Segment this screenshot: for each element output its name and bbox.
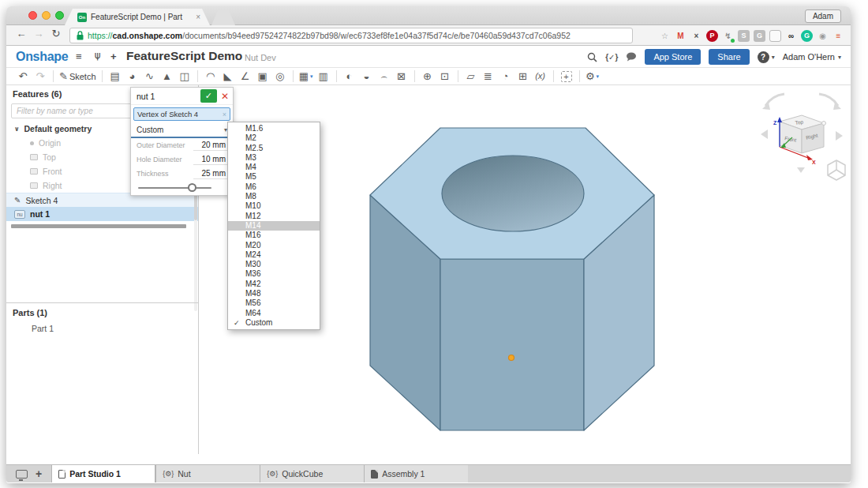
- tab-close-icon[interactable]: ×: [196, 13, 200, 21]
- back-button[interactable]: ←: [14, 28, 28, 39]
- insert-icon[interactable]: +: [110, 51, 117, 62]
- browser-tab[interactable]: On FeatureScript Demo | Part ×: [65, 9, 210, 25]
- mirror-icon[interactable]: ▥: [316, 69, 331, 84]
- shell-icon[interactable]: ▣: [256, 69, 270, 84]
- field-value-input[interactable]: 10 mm: [193, 155, 227, 165]
- element-tab-part-studio-1[interactable]: Part Studio 1: [51, 465, 155, 482]
- size-option-m36[interactable]: M36: [228, 269, 320, 279]
- plane-icon[interactable]: ▱: [464, 69, 478, 84]
- cancel-button[interactable]: ✕: [219, 91, 230, 102]
- g-extension-icon[interactable]: G: [754, 30, 765, 42]
- slider-handle[interactable]: [188, 183, 196, 192]
- boolean-icon[interactable]: ◐: [342, 69, 357, 84]
- thickness-slider[interactable]: [138, 181, 226, 195]
- zoom-window-button[interactable]: [55, 11, 64, 20]
- draft-icon[interactable]: ∠: [238, 69, 253, 84]
- featurescript-badge-icon[interactable]: {✓}: [605, 53, 618, 62]
- variable-icon[interactable]: (x): [533, 69, 548, 84]
- grammarly-extension-icon[interactable]: G: [801, 30, 813, 42]
- history-icon[interactable]: ◔: [499, 69, 513, 84]
- document-title[interactable]: FeatureScript Demo: [126, 49, 242, 63]
- app-store-button[interactable]: App Store: [645, 49, 701, 65]
- sweep-icon[interactable]: ∿: [143, 69, 157, 84]
- camera-extension-icon[interactable]: ◉: [817, 30, 829, 42]
- element-tab-nut[interactable]: {⚙}Nut: [155, 465, 260, 482]
- size-option-m56[interactable]: M56: [228, 298, 320, 308]
- size-option-m1-6[interactable]: M1.6: [228, 124, 320, 133]
- size-option-m20[interactable]: M20: [228, 241, 320, 250]
- isometric-view-icon[interactable]: [828, 160, 845, 180]
- field-value-input[interactable]: 20 mm: [193, 141, 227, 151]
- forward-button[interactable]: →: [32, 28, 46, 39]
- minimize-window-button[interactable]: [42, 11, 51, 20]
- vertex-marker[interactable]: [509, 355, 514, 361]
- help-menu[interactable]: ? ▾: [758, 51, 775, 63]
- browser-profile-chip[interactable]: Adam: [805, 9, 841, 23]
- linear-pattern-icon[interactable]: ▦▾: [299, 69, 313, 84]
- element-tab-quickcube[interactable]: {⚙}QuickCube: [260, 465, 364, 482]
- redo-icon[interactable]: ↷: [33, 69, 47, 84]
- pinterest-extension-icon[interactable]: P: [706, 30, 718, 42]
- featurescript-icon[interactable]: ⚙▾: [586, 69, 600, 84]
- size-option-custom[interactable]: ✓Custom: [228, 318, 320, 328]
- fillet-icon[interactable]: ◠: [204, 69, 218, 84]
- rotate-down-arrow-icon[interactable]: [797, 167, 805, 173]
- feature-name-input[interactable]: nut 1: [137, 92, 198, 101]
- versions-icon[interactable]: ⋔: [93, 51, 102, 62]
- undo-icon[interactable]: ↶: [16, 69, 30, 84]
- rotate-right-arrow-icon[interactable]: [836, 131, 843, 141]
- move-face-icon[interactable]: ⊕: [421, 69, 435, 84]
- thicken-icon[interactable]: ◫: [178, 69, 192, 84]
- element-panel-icon[interactable]: [16, 470, 28, 479]
- size-option-m6[interactable]: M6: [228, 182, 320, 192]
- size-option-m10[interactable]: M10: [228, 201, 320, 211]
- user-menu[interactable]: Adam O'Hern ▾: [783, 52, 841, 62]
- browser-menu-icon[interactable]: ≡: [832, 30, 844, 42]
- workspace-name[interactable]: Nut Dev: [245, 53, 276, 62]
- notes-extension-icon[interactable]: [769, 30, 781, 42]
- sketch-button[interactable]: ✎Sketch: [59, 69, 96, 84]
- export-icon[interactable]: ⊞: [516, 69, 530, 84]
- add-element-button[interactable]: +: [36, 467, 42, 480]
- search-icon[interactable]: [587, 52, 597, 62]
- size-select[interactable]: Custom ▾: [131, 123, 233, 138]
- hex-nut-model[interactable]: [370, 128, 654, 430]
- size-option-m12[interactable]: M12: [228, 212, 320, 221]
- chevron-down-icon[interactable]: ▾: [310, 73, 313, 80]
- size-option-m24[interactable]: M24: [228, 250, 320, 260]
- rotate-left-arrow-icon[interactable]: [761, 130, 768, 139]
- collapse-caret-icon[interactable]: ∨: [14, 126, 20, 133]
- modify-fillet-icon[interactable]: ⌢: [377, 69, 391, 84]
- remove-selection-icon[interactable]: ×: [223, 111, 226, 118]
- element-tab-assembly-1[interactable]: Assembly 1: [364, 465, 468, 482]
- chevron-down-icon[interactable]: ▾: [597, 73, 600, 80]
- cut-extension-icon[interactable]: ×: [690, 30, 702, 42]
- revolve-icon[interactable]: ◕: [125, 69, 140, 84]
- size-option-m2[interactable]: M2: [228, 133, 320, 143]
- gmail-extension-icon[interactable]: M: [675, 30, 687, 42]
- nut-hole[interactable]: [442, 156, 584, 231]
- split-icon[interactable]: ◒: [360, 69, 374, 84]
- add-custom-feature-icon[interactable]: +: [559, 69, 574, 84]
- mate-connector-icon[interactable]: ≣: [481, 69, 496, 84]
- hole-icon[interactable]: ◎: [273, 69, 287, 84]
- size-option-m42[interactable]: M42: [228, 280, 320, 289]
- size-option-m8[interactable]: M8: [228, 192, 320, 201]
- s-extension-icon[interactable]: S: [738, 30, 750, 42]
- size-option-m4[interactable]: M4: [228, 163, 320, 172]
- loft-icon[interactable]: ▲: [160, 69, 174, 84]
- onshape-logo[interactable]: Onshape: [16, 50, 68, 64]
- size-option-m5[interactable]: M5: [228, 172, 320, 182]
- chat-icon[interactable]: [626, 52, 637, 62]
- extrude-icon[interactable]: ▤: [108, 69, 122, 84]
- size-option-m2-5[interactable]: M2.5: [228, 144, 320, 153]
- view-cube[interactable]: Top Front Right Z X: [761, 94, 843, 173]
- close-window-button[interactable]: [28, 11, 37, 20]
- chamfer-icon[interactable]: ◣: [221, 69, 235, 84]
- document-menu-icon[interactable]: ≡: [76, 51, 82, 62]
- size-option-m14[interactable]: M14: [228, 221, 320, 231]
- size-option-m16[interactable]: M16: [228, 231, 320, 240]
- address-bar[interactable]: https://cad.onshape.com/documents/b94eed…: [69, 28, 633, 43]
- reload-button[interactable]: ↻: [49, 28, 63, 39]
- new-tab-button[interactable]: [211, 10, 235, 25]
